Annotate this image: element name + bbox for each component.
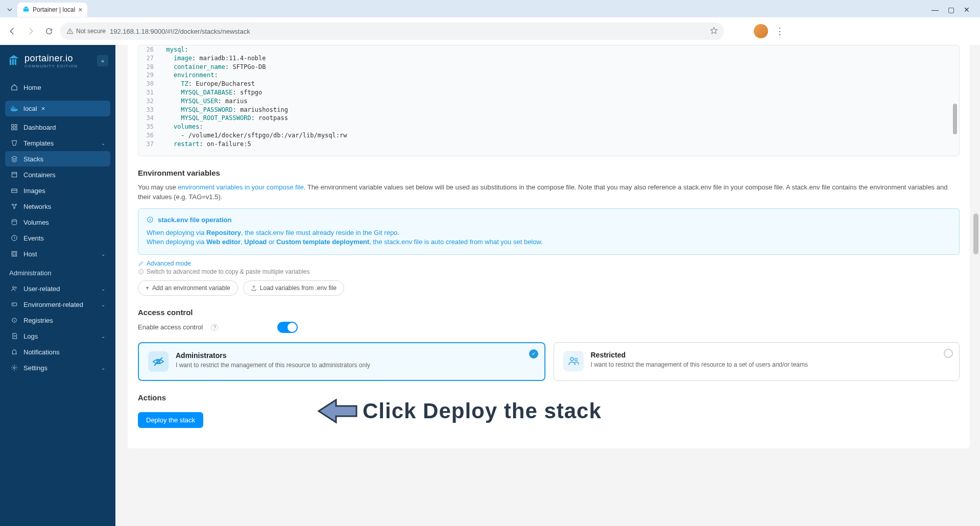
- svg-rect-7: [13, 107, 14, 108]
- deploy-stack-button[interactable]: Deploy the stack: [138, 412, 203, 428]
- sidebar-item-templates[interactable]: Templates ⌄: [5, 135, 110, 151]
- minimize-button[interactable]: —: [931, 6, 939, 14]
- environment-header[interactable]: local ×: [5, 101, 110, 116]
- compose-editor[interactable]: 26 mysql:27 image: mariadb:11.4-noble28 …: [138, 45, 960, 156]
- info-box-title: stack.env file operation: [147, 216, 951, 224]
- svg-point-21: [12, 220, 16, 222]
- tab-dropdown[interactable]: [4, 4, 15, 15]
- page-scrollbar[interactable]: [971, 45, 978, 526]
- advanced-mode-link[interactable]: Advanced mode: [138, 260, 191, 267]
- registries-icon: [10, 316, 18, 324]
- access-control-toggle[interactable]: [277, 322, 298, 333]
- code-line: 27 image: mariadb:11.4-noble: [138, 54, 959, 63]
- bookmark-star-icon[interactable]: [710, 27, 718, 36]
- logs-icon: [10, 332, 18, 340]
- chevron-down-icon: ⌄: [101, 140, 105, 146]
- sidebar-item-events[interactable]: Events: [5, 230, 110, 246]
- svg-rect-5: [15, 59, 16, 65]
- reload-button[interactable]: [42, 24, 56, 38]
- edition-label: COMMUNITY EDITION: [25, 64, 78, 68]
- gear-icon: [10, 364, 18, 372]
- restricted-card-desc: I want to restrict the management of thi…: [591, 361, 808, 368]
- access-restricted-card[interactable]: Restricted I want to restrict the manage…: [554, 342, 960, 381]
- admin-card-desc: I want to restrict the management of thi…: [176, 362, 370, 369]
- sidebar-item-host[interactable]: Host ⌄: [5, 246, 110, 261]
- env-vars-description: You may use environment variables in you…: [138, 182, 960, 202]
- upload-icon: [251, 285, 257, 291]
- code-line: 30 TZ: Europe/Bucharest: [138, 80, 959, 88]
- code-line: 36 - /volume1/docker/sftpgo/db:/var/lib/…: [138, 131, 959, 140]
- sidebar-item-user-related[interactable]: User-related ⌄: [5, 281, 110, 296]
- browser-chrome: Portainer | local × — ▢ ✕ Not secure 192…: [0, 0, 980, 45]
- sidebar: portainer.io COMMUNITY EDITION « Home lo…: [0, 45, 115, 526]
- admin-card-title: Administrators: [176, 351, 370, 360]
- window-controls: — ▢ ✕: [931, 6, 976, 14]
- host-icon: [10, 250, 18, 258]
- templates-icon: [10, 139, 18, 147]
- browser-tab[interactable]: Portainer | local ×: [17, 3, 87, 17]
- code-line: 26 mysql:: [138, 45, 959, 54]
- access-administrators-card[interactable]: Administrators I want to restrict the ma…: [138, 342, 545, 381]
- plus-icon: +: [146, 284, 149, 292]
- sidebar-item-home[interactable]: Home: [5, 80, 110, 95]
- add-env-var-button[interactable]: + Add an environment variable: [138, 280, 238, 296]
- forward-button[interactable]: [23, 24, 38, 38]
- address-bar: Not secure 192.168.1.18:9000/#!/2/docker…: [0, 17, 980, 45]
- browser-menu-icon[interactable]: ⋮: [772, 26, 787, 37]
- warning-icon: [66, 28, 74, 35]
- docker-icon: [10, 105, 19, 112]
- code-line: 28 container_name: SFTPGo-DB: [138, 63, 959, 71]
- svg-rect-6: [11, 107, 12, 108]
- not-secure-badge[interactable]: Not secure: [66, 28, 106, 35]
- svg-point-32: [13, 367, 15, 369]
- svg-rect-10: [12, 125, 14, 127]
- users-icon: [10, 284, 18, 293]
- advanced-mode-hint: Switch to advanced mode to copy & paste …: [138, 268, 960, 275]
- svg-rect-16: [12, 189, 17, 193]
- sidebar-item-dashboard[interactable]: Dashboard: [5, 119, 110, 135]
- help-icon[interactable]: ?: [211, 324, 218, 331]
- svg-rect-0: [23, 9, 29, 11]
- sidebar-collapse-button[interactable]: «: [97, 55, 108, 66]
- sidebar-item-registries[interactable]: Registries: [5, 313, 110, 328]
- url-text: 192.168.1.18:9000/#!/2/docker/stacks/new…: [110, 28, 250, 35]
- sidebar-item-volumes[interactable]: Volumes: [5, 214, 110, 230]
- info-small-icon: [138, 269, 144, 275]
- svg-point-42: [575, 358, 577, 361]
- profile-avatar[interactable]: [754, 24, 768, 38]
- sidebar-item-settings[interactable]: Settings ⌄: [5, 360, 110, 375]
- url-input[interactable]: Not secure 192.168.1.18:9000/#!/2/docker…: [60, 22, 724, 40]
- close-window-button[interactable]: ✕: [964, 6, 970, 14]
- load-env-file-button[interactable]: Load variables from .env file: [243, 280, 344, 296]
- bell-icon: [10, 348, 18, 356]
- info-icon: [147, 216, 154, 223]
- access-control-title: Access control: [138, 308, 960, 317]
- info-line-1: When deploying via Repository, the stack…: [147, 229, 951, 236]
- tab-close-icon[interactable]: ×: [78, 6, 82, 14]
- chevron-down-icon: ⌄: [101, 286, 105, 292]
- sidebar-item-networks[interactable]: Networks: [5, 199, 110, 214]
- sidebar-item-containers[interactable]: Containers: [5, 167, 110, 182]
- eye-off-icon: [148, 351, 169, 372]
- environment-close-icon[interactable]: ×: [41, 105, 45, 112]
- sidebar-item-images[interactable]: Images: [5, 183, 110, 198]
- svg-rect-24: [13, 253, 16, 255]
- sidebar-item-notifications[interactable]: Notifications: [5, 344, 110, 360]
- back-button[interactable]: [5, 24, 19, 38]
- enable-access-label: Enable access control: [138, 323, 203, 331]
- containers-icon: [10, 171, 18, 179]
- sidebar-item-stacks[interactable]: Stacks: [5, 151, 110, 166]
- maximize-button[interactable]: ▢: [948, 6, 954, 14]
- svg-rect-27: [12, 303, 16, 306]
- admin-section-label: Administration: [5, 262, 110, 281]
- svg-rect-14: [12, 172, 16, 177]
- portainer-favicon-icon: [22, 6, 30, 13]
- editor-scrollbar[interactable]: [952, 47, 957, 154]
- code-line: 29 environment:: [138, 71, 959, 80]
- sidebar-item-environment-related[interactable]: Environment-related ⌄: [5, 297, 110, 312]
- svg-rect-8: [14, 107, 15, 108]
- env-vars-doc-link[interactable]: environment variables in your compose fi…: [178, 183, 303, 191]
- sidebar-item-logs[interactable]: Logs ⌄: [5, 328, 110, 344]
- environment-name: local: [23, 105, 37, 112]
- dashboard-icon: [10, 123, 18, 131]
